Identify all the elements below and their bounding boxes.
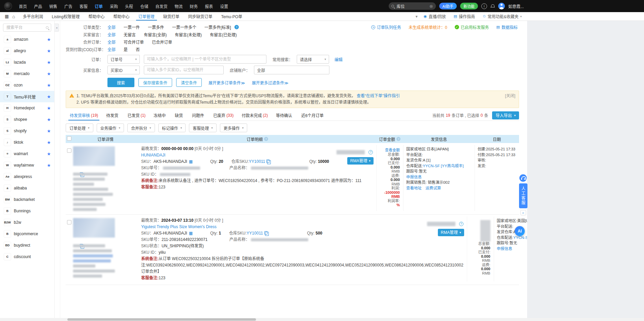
filter-option[interactable]: 全部 — [107, 24, 116, 30]
order-status-tab[interactable]: 等待确认 — [272, 110, 297, 120]
top-nav-item[interactable]: 首页 — [19, 3, 27, 9]
new-features-button[interactable]: 新功能 — [460, 3, 478, 9]
top-nav-item[interactable]: 自发货 — [155, 3, 167, 9]
warehouse-sku-link[interactable]: YY10011 — [247, 231, 263, 236]
order-status-tab[interactable]: 待发货审核(19) — [66, 110, 102, 120]
top-nav-item[interactable]: 订单 — [95, 3, 103, 9]
order-status-tab[interactable]: 问题件 — [188, 110, 209, 120]
import-export-button[interactable]: 导入导出▾ — [492, 111, 519, 119]
sku-grid-icon[interactable]: ▦ — [189, 158, 193, 165]
collapse-service-button[interactable]: » — [520, 210, 526, 215]
sidebar-platform-item[interactable]: BM backmarket ★ — [0, 194, 54, 205]
online-order-guide-link[interactable]: 查看“在线下单”操作指引 — [357, 94, 400, 98]
help-icon[interactable]: ? — [368, 150, 373, 154]
sidebar-platform-item[interactable]: H Homedepot ★ — [0, 102, 54, 114]
order-type-info-icon[interactable]: ? — [234, 25, 239, 29]
order-status-tab[interactable]: 近6个月订单 — [297, 110, 329, 120]
page-tab[interactable]: Listing权限管理 — [47, 12, 84, 21]
filter-option[interactable]: 否 — [136, 46, 140, 52]
filter-option[interactable]: 全部 — [107, 46, 116, 52]
sidebar-platform-item[interactable]: S shopify ★ — [0, 125, 54, 137]
view-address-link[interactable]: 查看地址 — [406, 186, 422, 190]
filter-option[interactable]: 一票一件 — [124, 24, 140, 30]
save-search-button[interactable]: 保存搜索条件 — [138, 78, 172, 87]
top-nav-item[interactable]: 客服 — [79, 3, 88, 9]
declare-info-link[interactable]: 申报信息 — [406, 175, 422, 179]
select-all-checkbox[interactable] — [67, 136, 71, 141]
order-status-tab[interactable]: 冻结中 — [150, 110, 171, 120]
sidebar-platform-item[interactable]: S shopee ★ — [0, 114, 54, 125]
star-icon[interactable]: ★ — [47, 94, 51, 99]
home-icon[interactable]: ⌂ — [12, 14, 15, 19]
ai-assistant-float-button[interactable]: AI — [515, 226, 525, 236]
row-checkbox[interactable] — [67, 220, 71, 224]
standard-service-status[interactable]: ✓ 已启用标发服务 — [455, 24, 489, 30]
star-icon[interactable]: ★ — [47, 48, 51, 54]
sidebar-platform-item[interactable]: C cdiscount ★ — [0, 251, 54, 262]
page-tab[interactable]: 多平台利润 — [19, 12, 47, 21]
sidebar-collapse-handle[interactable]: ◂ — [55, 24, 59, 32]
action-dropdown-button[interactable]: 业务操作▾ — [97, 123, 124, 132]
more-filter-conditions-link[interactable]: 展开更多过滤条件≫ — [252, 80, 289, 85]
star-icon[interactable]: ★ — [47, 117, 51, 122]
more-order-conditions-link[interactable]: 展开更多订单条件≫ — [208, 80, 245, 85]
sidebar-platform-item[interactable]: B bigcommerce ★ — [0, 228, 54, 240]
sidebar-platform-item[interactable]: W wayfairnew ★ — [0, 159, 54, 171]
top-nav-item[interactable]: 头程 — [125, 3, 133, 9]
top-nav-item[interactable]: 产品 — [34, 3, 42, 9]
global-search[interactable]: ⊗ — [389, 2, 436, 10]
order-status-tab[interactable]: 待发货 — [102, 110, 123, 120]
sidebar-platform-item[interactable]: Lz lazada ★ — [0, 57, 54, 68]
column-info-icon[interactable]: ? — [264, 137, 268, 141]
common-search-select[interactable]: 请选择▾ — [297, 55, 329, 64]
uncreated-orders-stat[interactable]: 未生成系统单统计：0 — [409, 24, 447, 30]
filter-option[interactable]: 可合并订单 — [124, 39, 144, 45]
edit-common-search-link[interactable]: 编辑 — [334, 57, 343, 62]
filter-option[interactable]: 已合并订单 — [152, 39, 172, 45]
sidebar-platform-item[interactable]: Ae aliexpress ★ — [0, 171, 54, 182]
top-nav-item[interactable]: 仓储 — [140, 3, 148, 9]
star-icon[interactable]: ★ — [47, 129, 51, 134]
filter-option[interactable]: 有留言(未处理) — [175, 32, 202, 37]
filter-option[interactable]: 是 — [124, 46, 128, 52]
warehouse-sku-link[interactable]: YY10011 — [249, 159, 265, 164]
copy-icon[interactable] — [264, 231, 267, 235]
global-search-input[interactable] — [396, 3, 423, 9]
rma-button[interactable]: RMA管理▾ — [347, 157, 374, 165]
sidebar-platform-item[interactable]: T Temu半托管 ★ — [0, 91, 54, 102]
copy-icon[interactable] — [266, 159, 269, 163]
top-nav-item[interactable]: 物流 — [174, 3, 183, 9]
star-icon[interactable]: ★ — [47, 106, 51, 111]
notifications-bell-icon[interactable] — [490, 4, 495, 8]
filter-option[interactable]: 一票一件多个 — [172, 24, 196, 30]
top-nav-item[interactable]: 销售 — [49, 3, 57, 9]
ai-assistant-button[interactable]: AI助手 — [439, 3, 457, 9]
order-status-tab[interactable]: 缺货 — [171, 110, 188, 120]
apps-grid-icon[interactable]: ▦ — [5, 14, 9, 19]
star-icon[interactable]: ★ — [47, 37, 51, 42]
order-no-type-select[interactable]: 订单号▾ — [107, 55, 140, 64]
star-icon[interactable]: ★ — [47, 60, 51, 65]
tabbar-tool[interactable]: ◉ 直播/回放 — [424, 13, 448, 19]
headset-icon[interactable] — [519, 174, 527, 182]
sidebar-platform-item[interactable]: B2W b2w ★ — [0, 217, 54, 228]
sidebar-platform-item[interactable]: ♪ tiktok ★ — [0, 137, 54, 148]
page-tab[interactable]: 帮助中心 — [109, 12, 134, 21]
sidebar-platform-item[interactable]: a alibaba ★ — [0, 182, 54, 194]
clear-conditions-button[interactable]: 清空条件 — [176, 78, 202, 87]
product-title-link[interactable]: HUNIANDAJI — [141, 153, 165, 157]
sidebar-platform-item[interactable]: M mercado ★ — [0, 68, 54, 79]
page-tab[interactable]: 缺货打单 — [159, 12, 184, 21]
filter-option[interactable]: 无留言 — [124, 32, 136, 37]
star-icon[interactable]: ★ — [47, 163, 51, 168]
action-dropdown-button[interactable]: 订单处理▾ — [66, 123, 93, 132]
top-nav-item[interactable]: 广告 — [64, 3, 72, 9]
sku-grid-icon[interactable]: ▦ — [189, 230, 193, 237]
filter-option[interactable]: 有留言(全部) — [144, 32, 167, 37]
tab-list-caret-icon[interactable]: ▾ — [416, 14, 418, 19]
info-icon[interactable]: i — [481, 3, 487, 9]
rma-button[interactable]: RMA管理▾ — [438, 229, 464, 236]
filter-option[interactable]: 有留言(已处理) — [210, 32, 237, 37]
star-icon[interactable]: ★ — [47, 83, 51, 88]
order-no-input[interactable] — [144, 55, 266, 64]
